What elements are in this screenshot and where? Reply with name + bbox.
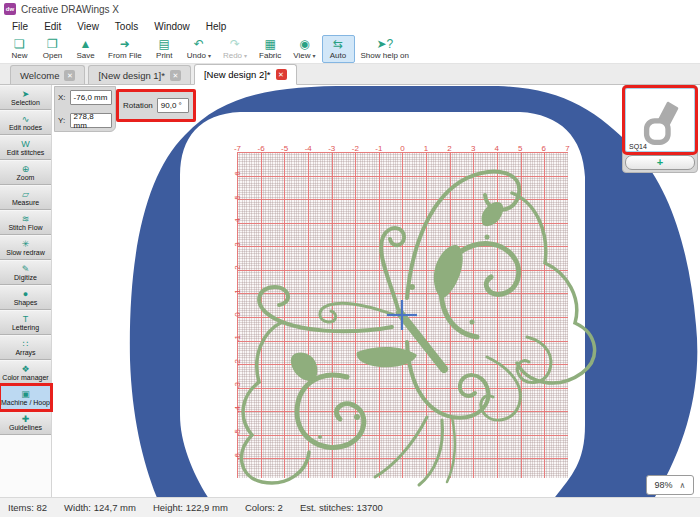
chevron-down-icon: ▾ bbox=[313, 51, 316, 61]
tab-close-icon[interactable]: ✕ bbox=[170, 70, 181, 81]
toolbar-button-label: View bbox=[293, 51, 310, 61]
grid-axis-label: 5 bbox=[233, 192, 242, 202]
rotation-panel-annotated: Rotation 90,0 ° bbox=[116, 89, 196, 122]
x-label: X: bbox=[58, 93, 67, 102]
sidebar-tool-button[interactable]: ❖ Color manager bbox=[0, 360, 51, 385]
grid-axis-label: -4 bbox=[233, 404, 242, 414]
toolbar-button[interactable]: ▦ Fabric▾ bbox=[253, 35, 287, 63]
sidebar-tool-button[interactable]: ▱ Measure bbox=[0, 185, 51, 210]
status-item: Est. stitches: 13700 bbox=[300, 502, 383, 513]
tab-close-icon[interactable]: ✕ bbox=[64, 70, 75, 81]
toolbar-button[interactable]: ❐ Open▾ bbox=[36, 35, 69, 63]
sidebar-tool-label: Zoom bbox=[17, 174, 35, 182]
toolbar-button-icon: ▲ bbox=[80, 38, 92, 51]
toolbar-button[interactable]: ↶ Undo▾ bbox=[181, 35, 217, 63]
document-tab[interactable]: [New design 2]* ✕ bbox=[194, 64, 297, 85]
grid-axis-label: 5 bbox=[515, 144, 526, 153]
zoom-level-value: 98% bbox=[655, 480, 673, 490]
menu-item[interactable]: Window bbox=[146, 21, 198, 32]
sidebar-tool-icon: ∿ bbox=[22, 114, 30, 124]
toolbar-button-icon: ⇆ bbox=[333, 38, 343, 51]
toolbar-button[interactable]: ➤? Show help on▾ bbox=[355, 35, 415, 63]
grid-axis-label: -2 bbox=[233, 357, 242, 367]
toolbar-button-icon: ▤ bbox=[159, 38, 170, 51]
sidebar-tool-label: Edit nodes bbox=[9, 124, 42, 132]
hoop-swatch-annotated[interactable]: SQ14 bbox=[625, 88, 695, 152]
toolbar-button[interactable]: ↷ Redo▾ bbox=[217, 35, 253, 63]
y-input[interactable]: 278,8 mm bbox=[70, 113, 112, 128]
sidebar-tool-label: Machine / Hoop bbox=[1, 399, 50, 407]
sidebar-tool-icon: ● bbox=[23, 289, 28, 299]
sidebar-tool-label: Shapes bbox=[14, 299, 38, 307]
sidebar-tool-button[interactable]: T Lettering bbox=[0, 310, 51, 335]
sidebar-tool-label: Digitize bbox=[14, 274, 37, 282]
toolbar-button-label: Redo bbox=[223, 51, 242, 61]
add-color-button[interactable]: + bbox=[625, 155, 695, 170]
document-tab[interactable]: [New design 1]* ✕ bbox=[88, 65, 191, 84]
sidebar-tool-button[interactable]: ⊕ Zoom bbox=[0, 160, 51, 185]
toolbar-button[interactable]: ▲ Save▾ bbox=[69, 35, 102, 63]
tab-label: [New design 1]* bbox=[98, 70, 165, 81]
design-canvas[interactable]: -7-6-5-4-3-2-101234567 6543210-1-2-3-4-5… bbox=[52, 85, 700, 497]
sidebar-tool-icon: ⊕ bbox=[22, 164, 30, 174]
grid-axis-label: -1 bbox=[233, 334, 242, 344]
sidebar-tool-icon: ➤ bbox=[22, 89, 30, 99]
menu-item[interactable]: View bbox=[69, 21, 107, 32]
sidebar-tool-button[interactable]: ✎ Digitize bbox=[0, 260, 51, 285]
grid-axis-label: -5 bbox=[279, 144, 290, 153]
toolbar-button-icon: ↷ bbox=[230, 38, 240, 51]
position-panel: X: -76,0 mm Y: 278,8 mm bbox=[54, 86, 116, 132]
toolbar-button[interactable]: ◉ View▾ bbox=[287, 35, 321, 63]
chevron-down-icon: ▾ bbox=[208, 51, 211, 61]
sidebar-tool-icon: ✎ bbox=[22, 264, 30, 274]
presser-foot-icon bbox=[638, 95, 682, 145]
sidebar-tool-icon: ▣ bbox=[21, 389, 30, 399]
grid-axis-label: -3 bbox=[326, 144, 337, 153]
menu-bar: FileEditViewToolsWindowHelp bbox=[0, 18, 700, 34]
sidebar-tool-button[interactable]: ∿ Edit nodes bbox=[0, 110, 51, 135]
sidebar-tool-button[interactable]: ● Shapes bbox=[0, 285, 51, 310]
grid-axis-label: 4 bbox=[491, 144, 502, 153]
tab-bar: Welcome ✕ [New design 1]* ✕ [New design … bbox=[0, 64, 700, 85]
chevron-up-icon: ∧ bbox=[680, 481, 686, 490]
menu-item[interactable]: File bbox=[4, 21, 36, 32]
sidebar-tool-button[interactable]: W Edit stitches bbox=[0, 135, 51, 160]
sidebar-tool-button[interactable]: ✳ Slow redraw bbox=[0, 235, 51, 260]
x-input[interactable]: -76,0 mm bbox=[70, 90, 112, 105]
tab-close-icon[interactable]: ✕ bbox=[276, 69, 287, 80]
app-window: dw Creative DRAWings X FileEditViewTools… bbox=[0, 0, 700, 517]
grid-axis-label: 6 bbox=[538, 144, 549, 153]
toolbar-button[interactable]: ▤ Print▾ bbox=[148, 35, 181, 63]
toolbar-button[interactable]: ❏ New▾ bbox=[3, 35, 36, 63]
toolbar-button-icon: ➜ bbox=[120, 38, 130, 51]
sidebar-tool-button[interactable]: ▣ Machine / Hoop bbox=[0, 385, 51, 410]
sidebar-tool-icon: ∷ bbox=[23, 339, 29, 349]
sidebar-tool-label: Edit stitches bbox=[7, 149, 45, 157]
window-title: Creative DRAWings X bbox=[21, 4, 119, 15]
grid-axis-label: 0 bbox=[397, 144, 408, 153]
sidebar-tool-label: Color manager bbox=[2, 374, 48, 382]
grid-axis-label: 1 bbox=[421, 144, 432, 153]
grid-axis-label: 3 bbox=[468, 144, 479, 153]
rotation-input[interactable]: 90,0 ° bbox=[157, 98, 189, 113]
grid-axis-label: -1 bbox=[373, 144, 384, 153]
thread-panel: SQ14 + bbox=[622, 85, 698, 173]
menu-item[interactable]: Edit bbox=[36, 21, 69, 32]
sidebar-tool-button[interactable]: ✚ Guidelines bbox=[0, 410, 51, 435]
zoom-level-button[interactable]: 98% ∧ bbox=[646, 475, 694, 495]
toolbar-button[interactable]: ➜ From File▾ bbox=[102, 35, 148, 63]
sidebar-tool-label: Lettering bbox=[12, 324, 39, 332]
menu-item[interactable]: Tools bbox=[107, 21, 146, 32]
grid-axis-label: 3 bbox=[233, 239, 242, 249]
grid-axis-label: -6 bbox=[256, 144, 267, 153]
menu-item[interactable]: Help bbox=[198, 21, 235, 32]
sidebar-tool-button[interactable]: ➤ Selection bbox=[0, 85, 51, 110]
document-tab[interactable]: Welcome ✕ bbox=[10, 65, 85, 84]
sidebar-tool-button[interactable]: ≋ Stitch Flow bbox=[0, 210, 51, 235]
sidebar-tool-button[interactable]: ∷ Arrays bbox=[0, 335, 51, 360]
toolbar-button-icon: ❐ bbox=[47, 38, 58, 51]
tool-sidebar: ➤ Selection ∿ Edit nodes W Edit stitches… bbox=[0, 85, 52, 497]
sidebar-tool-label: Stitch Flow bbox=[8, 224, 42, 232]
sidebar-tool-label: Slow redraw bbox=[6, 249, 45, 257]
toolbar-button[interactable]: ⇆ Auto▾ bbox=[322, 35, 355, 63]
